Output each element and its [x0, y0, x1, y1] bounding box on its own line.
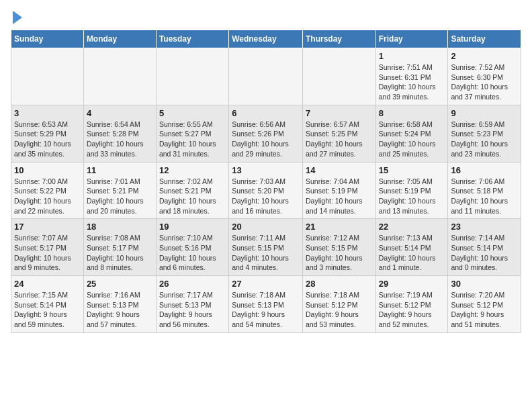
day-number: 18	[87, 222, 153, 232]
day-cell	[156, 48, 228, 105]
day-number: 12	[159, 165, 226, 175]
day-detail: Sunrise: 7:10 AM Sunset: 5:16 PM Dayligh…	[159, 233, 226, 273]
day-number: 27	[232, 279, 300, 289]
col-header-sunday: Sunday	[11, 30, 84, 48]
day-cell: 5Sunrise: 6:55 AM Sunset: 5:27 PM Daylig…	[156, 105, 228, 162]
day-number: 5	[159, 108, 226, 118]
day-detail: Sunrise: 7:11 AM Sunset: 5:15 PM Dayligh…	[232, 233, 300, 273]
col-header-tuesday: Tuesday	[156, 30, 228, 48]
day-detail: Sunrise: 7:04 AM Sunset: 5:19 PM Dayligh…	[306, 177, 373, 216]
day-cell: 6Sunrise: 6:56 AM Sunset: 5:26 PM Daylig…	[229, 105, 303, 162]
day-number: 30	[451, 279, 518, 289]
day-detail: Sunrise: 7:52 AM Sunset: 6:30 PM Dayligh…	[451, 62, 518, 102]
day-detail: Sunrise: 7:06 AM Sunset: 5:18 PM Dayligh…	[451, 177, 518, 216]
day-number: 24	[14, 279, 81, 289]
day-cell: 22Sunrise: 7:13 AM Sunset: 5:14 PM Dayli…	[375, 219, 448, 276]
day-detail: Sunrise: 7:18 AM Sunset: 5:12 PM Dayligh…	[306, 290, 373, 330]
day-number: 25	[87, 279, 153, 289]
week-row-1: 3Sunrise: 6:53 AM Sunset: 5:29 PM Daylig…	[11, 105, 521, 162]
day-cell: 13Sunrise: 7:03 AM Sunset: 5:20 PM Dayli…	[229, 162, 303, 219]
day-number: 23	[451, 222, 518, 232]
day-number: 9	[451, 108, 518, 118]
day-cell: 23Sunrise: 7:14 AM Sunset: 5:14 PM Dayli…	[448, 219, 521, 276]
day-number: 2	[451, 51, 518, 61]
day-number: 26	[159, 279, 226, 289]
day-detail: Sunrise: 7:00 AM Sunset: 5:22 PM Dayligh…	[14, 177, 81, 216]
day-number: 20	[232, 222, 300, 232]
day-number: 13	[232, 165, 300, 175]
day-cell: 27Sunrise: 7:18 AM Sunset: 5:13 PM Dayli…	[229, 276, 303, 333]
day-detail: Sunrise: 6:58 AM Sunset: 5:24 PM Dayligh…	[379, 120, 445, 159]
day-cell: 3Sunrise: 6:53 AM Sunset: 5:29 PM Daylig…	[11, 105, 84, 162]
day-number: 6	[232, 108, 300, 118]
day-number: 8	[379, 108, 445, 118]
day-cell: 29Sunrise: 7:19 AM Sunset: 5:12 PM Dayli…	[375, 276, 448, 333]
day-detail: Sunrise: 7:15 AM Sunset: 5:14 PM Dayligh…	[14, 290, 81, 330]
day-cell: 14Sunrise: 7:04 AM Sunset: 5:19 PM Dayli…	[302, 162, 375, 219]
day-cell: 7Sunrise: 6:57 AM Sunset: 5:25 PM Daylig…	[302, 105, 375, 162]
day-detail: Sunrise: 6:56 AM Sunset: 5:26 PM Dayligh…	[232, 120, 300, 159]
week-row-3: 17Sunrise: 7:07 AM Sunset: 5:17 PM Dayli…	[11, 219, 521, 276]
day-cell: 19Sunrise: 7:10 AM Sunset: 5:16 PM Dayli…	[156, 219, 228, 276]
day-cell: 8Sunrise: 6:58 AM Sunset: 5:24 PM Daylig…	[375, 105, 448, 162]
day-cell: 24Sunrise: 7:15 AM Sunset: 5:14 PM Dayli…	[11, 276, 84, 333]
day-detail: Sunrise: 7:03 AM Sunset: 5:20 PM Dayligh…	[232, 177, 300, 216]
day-detail: Sunrise: 6:55 AM Sunset: 5:27 PM Dayligh…	[159, 120, 226, 159]
day-cell: 21Sunrise: 7:12 AM Sunset: 5:15 PM Dayli…	[302, 219, 375, 276]
day-number: 7	[306, 108, 373, 118]
day-detail: Sunrise: 7:18 AM Sunset: 5:13 PM Dayligh…	[232, 290, 300, 330]
day-cell: 17Sunrise: 7:07 AM Sunset: 5:17 PM Dayli…	[11, 219, 84, 276]
day-detail: Sunrise: 7:17 AM Sunset: 5:13 PM Dayligh…	[159, 290, 226, 330]
day-detail: Sunrise: 7:19 AM Sunset: 5:12 PM Dayligh…	[379, 290, 445, 330]
day-number: 19	[159, 222, 226, 232]
day-cell: 16Sunrise: 7:06 AM Sunset: 5:18 PM Dayli…	[448, 162, 521, 219]
week-row-2: 10Sunrise: 7:00 AM Sunset: 5:22 PM Dayli…	[11, 162, 521, 219]
day-detail: Sunrise: 7:05 AM Sunset: 5:19 PM Dayligh…	[379, 177, 445, 216]
day-cell: 10Sunrise: 7:00 AM Sunset: 5:22 PM Dayli…	[11, 162, 84, 219]
day-detail: Sunrise: 7:02 AM Sunset: 5:21 PM Dayligh…	[159, 177, 226, 216]
day-cell: 18Sunrise: 7:08 AM Sunset: 5:17 PM Dayli…	[83, 219, 156, 276]
col-header-saturday: Saturday	[448, 30, 521, 48]
day-number: 3	[14, 108, 81, 118]
day-number: 1	[379, 51, 445, 61]
calendar-thead: SundayMondayTuesdayWednesdayThursdayFrid…	[11, 30, 521, 48]
day-cell: 20Sunrise: 7:11 AM Sunset: 5:15 PM Dayli…	[229, 219, 303, 276]
day-number: 28	[306, 279, 373, 289]
day-cell: 25Sunrise: 7:16 AM Sunset: 5:13 PM Dayli…	[83, 276, 156, 333]
header-row: SundayMondayTuesdayWednesdayThursdayFrid…	[11, 30, 521, 48]
day-number: 16	[451, 165, 518, 175]
day-number: 10	[14, 165, 81, 175]
col-header-wednesday: Wednesday	[229, 30, 303, 48]
day-cell: 30Sunrise: 7:20 AM Sunset: 5:12 PM Dayli…	[448, 276, 521, 333]
day-cell: 15Sunrise: 7:05 AM Sunset: 5:19 PM Dayli…	[375, 162, 448, 219]
col-header-friday: Friday	[375, 30, 448, 48]
day-detail: Sunrise: 7:20 AM Sunset: 5:12 PM Dayligh…	[451, 290, 518, 330]
logo-icon	[11, 11, 22, 24]
calendar-tbody: 1Sunrise: 7:51 AM Sunset: 6:31 PM Daylig…	[11, 48, 521, 333]
day-cell: 28Sunrise: 7:18 AM Sunset: 5:12 PM Dayli…	[302, 276, 375, 333]
day-cell: 11Sunrise: 7:01 AM Sunset: 5:21 PM Dayli…	[83, 162, 156, 219]
day-cell: 2Sunrise: 7:52 AM Sunset: 6:30 PM Daylig…	[448, 48, 521, 105]
day-detail: Sunrise: 6:57 AM Sunset: 5:25 PM Dayligh…	[306, 120, 373, 159]
calendar-header	[11, 11, 521, 24]
day-detail: Sunrise: 7:14 AM Sunset: 5:14 PM Dayligh…	[451, 233, 518, 273]
day-detail: Sunrise: 7:08 AM Sunset: 5:17 PM Dayligh…	[87, 233, 153, 273]
day-detail: Sunrise: 7:07 AM Sunset: 5:17 PM Dayligh…	[14, 233, 81, 273]
day-number: 17	[14, 222, 81, 232]
day-detail: Sunrise: 6:59 AM Sunset: 5:23 PM Dayligh…	[451, 120, 518, 159]
col-header-monday: Monday	[83, 30, 156, 48]
day-cell	[302, 48, 375, 105]
day-number: 22	[379, 222, 445, 232]
logo-arrow-icon	[13, 11, 22, 24]
day-number: 4	[87, 108, 153, 118]
day-cell: 12Sunrise: 7:02 AM Sunset: 5:21 PM Dayli…	[156, 162, 228, 219]
day-detail: Sunrise: 7:16 AM Sunset: 5:13 PM Dayligh…	[87, 290, 153, 330]
day-detail: Sunrise: 7:12 AM Sunset: 5:15 PM Dayligh…	[306, 233, 373, 273]
week-row-0: 1Sunrise: 7:51 AM Sunset: 6:31 PM Daylig…	[11, 48, 521, 105]
day-cell	[229, 48, 303, 105]
col-header-thursday: Thursday	[302, 30, 375, 48]
day-cell: 9Sunrise: 6:59 AM Sunset: 5:23 PM Daylig…	[448, 105, 521, 162]
logo	[11, 11, 22, 24]
day-number: 15	[379, 165, 445, 175]
day-number: 11	[87, 165, 153, 175]
